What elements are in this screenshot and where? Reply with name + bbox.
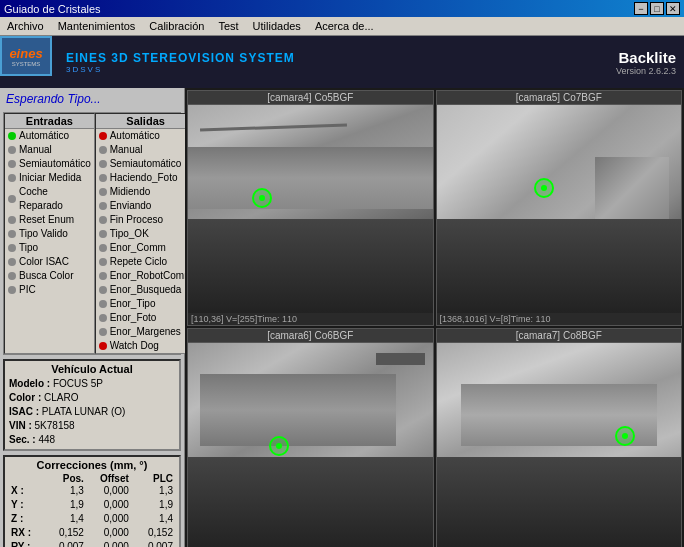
camera-6-image	[188, 343, 433, 548]
camera-4-info: [110,36] V=[255]Time: 110	[188, 313, 433, 325]
menu-archivo[interactable]: Archivo	[4, 19, 47, 33]
input-coche: Coche Reparado	[5, 185, 94, 213]
table-row: X : 1,3 0,000 1,3	[9, 484, 175, 498]
output-repete: Repete Ciclo	[96, 255, 196, 269]
output-enor-tipo: Enor_Tipo	[96, 297, 196, 311]
input-color-isac: Color ISAC	[5, 255, 94, 269]
input-pic: PIC	[5, 283, 94, 297]
vehicle-box: Vehículo Actual Modelo : FOCUS 5P Color …	[3, 359, 181, 451]
output-semi: Semiautomático	[96, 157, 196, 171]
col-offset: Offset	[86, 473, 131, 484]
outputs-panel: Salidas Automático Manual Semiautomático…	[95, 113, 197, 354]
camera-7-image	[437, 343, 682, 548]
input-tipo-valido: Tipo Valido	[5, 227, 94, 241]
tracking-dot-6	[269, 436, 289, 456]
table-row: RY : -0,007 0,000 -0,007	[9, 540, 175, 547]
dot-out-manual	[99, 146, 107, 154]
vehicle-sec-row: Sec. : 448	[9, 433, 175, 447]
output-enor-marg: Enor_Margenes	[96, 325, 196, 339]
dot-out-enor-comm	[99, 244, 107, 252]
left-panel: Esperando Tipo... Entradas Automático Ma…	[0, 88, 185, 547]
dot-out-haciendo	[99, 174, 107, 182]
output-auto: Automático	[96, 129, 196, 143]
outputs-header: Salidas	[96, 114, 196, 129]
dot-out-auto	[99, 132, 107, 140]
car-img-4	[188, 105, 433, 313]
output-enor-robot: Enor_RobotComm	[96, 269, 196, 283]
menu-test[interactable]: Test	[215, 19, 241, 33]
output-midiendo: Midiendo	[96, 185, 196, 199]
menu-acerca[interactable]: Acerca de...	[312, 19, 377, 33]
dot-out-enor-robot	[99, 272, 107, 280]
vehicle-vin-row: VIN : 5K78158	[9, 419, 175, 433]
camera-4-title: [camara4] Co5BGF	[188, 91, 433, 105]
waiting-text: Esperando Tipo...	[0, 88, 184, 110]
vehicle-color-value: CLARO	[44, 392, 78, 403]
title-bar-buttons: − □ ✕	[634, 2, 680, 15]
output-tipo-ok: Tipo_OK	[96, 227, 196, 241]
input-semi: Semiautomático	[5, 157, 94, 171]
dot-out-semi	[99, 160, 107, 168]
app-title: EINES 3D STEREOVISION SYSTEM	[66, 51, 608, 65]
input-tipo: Tipo	[5, 241, 94, 255]
corrections-title: Correcciones (mm, °)	[9, 459, 175, 471]
tracking-dot-7	[615, 426, 635, 446]
logo-box: eines SYSTEMS	[0, 36, 52, 76]
dot-tipo	[8, 244, 16, 252]
menu-mantenimientos[interactable]: Mantenimientos	[55, 19, 139, 33]
output-haciendo: Haciendo_Foto	[96, 171, 196, 185]
io-panels: Entradas Automático Manual Semiautomátic…	[3, 112, 181, 355]
close-button[interactable]: ✕	[666, 2, 680, 15]
dot-pic	[8, 286, 16, 294]
app-header: eines SYSTEMS EINES 3D STEREOVISION SYST…	[0, 36, 684, 88]
dot-color-isac	[8, 258, 16, 266]
input-iniciar: Iniciar Medida	[5, 171, 94, 185]
table-row: RX : 0,152 0,000 0,152	[9, 526, 175, 540]
dot-iniciar	[8, 174, 16, 182]
vehicle-vin-value: 5K78158	[35, 420, 75, 431]
maximize-button[interactable]: □	[650, 2, 664, 15]
corrections-table: Pos. Offset PLC X : 1,3 0,000 1,3 Y : 1,…	[9, 473, 175, 547]
camera-6-view: [camara6] Co6BGF [403,611] V=[138]Time: …	[187, 328, 434, 548]
dot-busca-color	[8, 272, 16, 280]
output-enviando: Enviando	[96, 199, 196, 213]
dot-tipo-valido	[8, 230, 16, 238]
car-img-5	[437, 105, 682, 313]
title-bar-text: Guiado de Cristales	[4, 3, 101, 15]
dot-automatico	[8, 132, 16, 140]
tracking-dot-5	[534, 178, 554, 198]
header-main: EINES 3D STEREOVISION SYSTEM 3DSVS Backl…	[58, 36, 684, 88]
app-subtitle: 3DSVS	[66, 65, 608, 74]
app-version: Version 2.6.2.3	[608, 66, 676, 76]
dot-out-enor-busq	[99, 286, 107, 294]
output-enor-comm: Enor_Comm	[96, 241, 196, 255]
logo-text: eines	[9, 46, 42, 61]
camera-7-view: [camara7] Co8BGF [13,337] V=[129]Time: 1…	[436, 328, 683, 548]
bottom-camera-row: [camara6] Co6BGF [403,611] V=[138]Time: …	[187, 328, 682, 548]
minimize-button[interactable]: −	[634, 2, 648, 15]
vehicle-sec-value: 448	[38, 434, 55, 445]
menu-calibracion[interactable]: Calibración	[146, 19, 207, 33]
dot-out-watchdog	[99, 342, 107, 350]
dot-manual	[8, 146, 16, 154]
menu-utilidades[interactable]: Utilidades	[250, 19, 304, 33]
camera-7-title: [camara7] Co8BGF	[437, 329, 682, 343]
output-watchdog: Watch Dog	[96, 339, 196, 353]
dot-out-enor-tipo	[99, 300, 107, 308]
app-mode: Backlite	[618, 49, 676, 66]
output-manual: Manual	[96, 143, 196, 157]
camera-5-view: [camara5] Co7BGF [1368,1016] V=[8]Time: …	[436, 90, 683, 326]
camera-5-info: [1368,1016] V=[8]Time: 110	[437, 313, 682, 325]
dot-out-enor-foto	[99, 314, 107, 322]
col-plc: PLC	[131, 473, 175, 484]
dot-out-enviando	[99, 202, 107, 210]
camera-4-view: [camara4] Co5BGF [110,36] V=[255]Time: 1…	[187, 90, 434, 326]
input-reset: Reset Enum	[5, 213, 94, 227]
dot-out-repete	[99, 258, 107, 266]
table-row: Z : 1,4 0,000 1,4	[9, 512, 175, 526]
vehicle-isac-value: PLATA LUNAR (O)	[42, 406, 126, 417]
car-img-7	[437, 343, 682, 548]
inputs-header: Entradas	[5, 114, 94, 129]
top-camera-row: [camara4] Co5BGF [110,36] V=[255]Time: 1…	[187, 90, 682, 326]
dot-out-tipo-ok	[99, 230, 107, 238]
